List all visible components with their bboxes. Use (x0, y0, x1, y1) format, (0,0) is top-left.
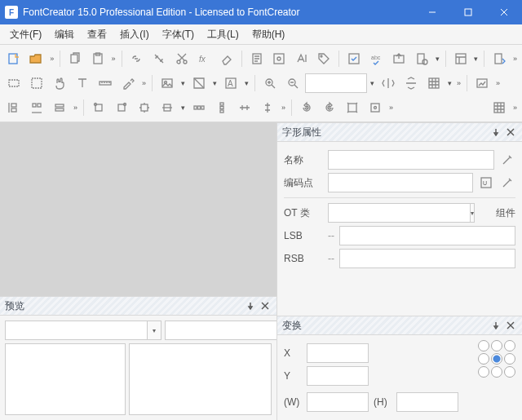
transform-x-input[interactable] (307, 343, 369, 363)
zoom-out-icon[interactable] (282, 73, 303, 94)
select-rect-icon[interactable] (3, 73, 24, 94)
bounds-icon[interactable] (342, 97, 363, 118)
window-layout-icon[interactable] (450, 48, 471, 69)
pin-icon[interactable] (244, 299, 257, 312)
origin-center-selected[interactable] (491, 353, 502, 365)
dist-4-icon[interactable] (257, 97, 278, 118)
preview-header[interactable]: 预览 (0, 297, 276, 316)
chevron-icon[interactable]: » (280, 104, 287, 112)
dropdown-icon[interactable]: ▾ (179, 104, 187, 112)
editor-canvas[interactable] (0, 122, 276, 296)
dist-1-icon[interactable] (188, 97, 210, 118)
paste-icon[interactable] (87, 48, 108, 69)
picture-icon[interactable] (471, 73, 493, 94)
zoom-input[interactable] (305, 73, 367, 93)
preview-font-combo[interactable] (5, 321, 148, 340)
flip-h-icon[interactable] (378, 73, 399, 94)
menu-insert[interactable]: 插入(I) (113, 25, 155, 44)
menu-font[interactable]: 字体(T) (156, 25, 201, 44)
unicode-icon[interactable]: U (478, 175, 494, 191)
validate-icon[interactable] (343, 48, 365, 69)
grid-icon[interactable] (423, 73, 445, 94)
hand-icon[interactable] (49, 73, 70, 94)
chevron-icon[interactable]: » (387, 104, 395, 112)
maximize-button[interactable] (450, 0, 486, 24)
align-3-icon[interactable] (49, 97, 70, 118)
origin-radio-grid[interactable] (478, 340, 515, 378)
dropdown-icon[interactable]: ▾ (148, 321, 161, 340)
cut-icon[interactable] (171, 48, 192, 69)
menu-edit[interactable]: 编辑 (48, 25, 81, 44)
chevron-icon[interactable]: » (494, 79, 502, 87)
glyph-name-input[interactable] (328, 150, 494, 170)
pin-icon[interactable] (489, 319, 502, 332)
snap-2-icon[interactable] (111, 97, 132, 118)
menu-tools[interactable]: 工具(L) (201, 25, 246, 44)
align-1-icon[interactable] (3, 97, 24, 118)
menu-file[interactable]: 文件(F) (3, 25, 48, 44)
transform-w-input[interactable] (307, 392, 369, 412)
wand-icon[interactable] (499, 175, 515, 191)
wand-icon[interactable] (499, 152, 515, 168)
tag-icon[interactable] (314, 48, 335, 69)
open-icon[interactable] (26, 48, 47, 69)
grid-toggle-icon[interactable] (489, 97, 510, 118)
export-icon[interactable] (389, 48, 410, 69)
menu-help[interactable]: 帮助(H) (246, 25, 292, 44)
pin-icon[interactable] (489, 126, 502, 139)
chevron-icon[interactable]: » (455, 79, 462, 87)
new-font-icon[interactable] (3, 48, 24, 69)
chevron-icon[interactable]: » (72, 104, 79, 112)
rotate-l-icon[interactable] (296, 97, 317, 118)
erase-icon[interactable] (216, 48, 237, 69)
glyph-properties-header[interactable]: 字形属性 (277, 123, 522, 142)
close-icon[interactable] (259, 299, 272, 312)
chevron-icon[interactable]: » (110, 55, 117, 63)
minimize-button[interactable] (414, 0, 450, 24)
link-icon[interactable] (126, 48, 148, 69)
text-icon[interactable] (72, 73, 93, 94)
font-box-icon[interactable]: A (220, 73, 241, 94)
align-2-icon[interactable] (26, 97, 47, 118)
rsb-input[interactable] (339, 249, 515, 268)
dropdown-icon[interactable]: ▾ (446, 79, 453, 87)
codepoint-input[interactable] (328, 173, 473, 192)
snap-4-icon[interactable] (157, 97, 178, 118)
snap-1-icon[interactable] (88, 97, 109, 118)
close-icon[interactable] (504, 126, 517, 139)
dropdown-icon[interactable]: ▾ (472, 55, 480, 63)
lsb-input[interactable] (339, 226, 515, 245)
dist-3-icon[interactable] (234, 97, 255, 118)
unlink-icon[interactable] (148, 48, 170, 69)
contrast-icon[interactable] (188, 73, 210, 94)
chevron-icon[interactable]: » (140, 79, 148, 87)
dropdown-icon[interactable]: ▾ (211, 79, 219, 87)
zoom-in-icon[interactable] (259, 73, 281, 94)
otclass-combo[interactable] (328, 203, 471, 223)
ruler-icon[interactable] (95, 73, 116, 94)
transform-y-input[interactable] (307, 366, 369, 386)
eyedropper-icon[interactable] (117, 73, 139, 94)
settings-icon[interactable] (268, 48, 290, 69)
rotate-r-icon[interactable] (319, 97, 340, 118)
function-icon[interactable]: fx (193, 48, 215, 69)
chevron-icon[interactable]: » (48, 55, 55, 63)
select-all-icon[interactable] (26, 73, 47, 94)
chevron-icon[interactable]: » (511, 104, 519, 112)
snap-3-icon[interactable] (134, 97, 155, 118)
dropdown-icon[interactable]: ▾ (471, 203, 475, 223)
center-icon[interactable] (365, 97, 386, 118)
page-arrow-icon[interactable] (489, 48, 510, 69)
dropdown-icon[interactable]: ▾ (434, 55, 441, 63)
copy-icon[interactable] (64, 48, 86, 69)
paragraph-icon[interactable] (246, 48, 268, 69)
dropdown-icon[interactable]: ▾ (369, 79, 376, 87)
flip-v-icon[interactable] (400, 73, 422, 94)
image-icon[interactable] (157, 73, 178, 94)
dropdown-icon[interactable]: ▾ (243, 79, 250, 87)
dropdown-icon[interactable]: ▾ (179, 79, 187, 87)
doc-settings-icon[interactable] (411, 48, 432, 69)
text-metrics-icon[interactable] (291, 48, 312, 69)
preview-text-input[interactable] (129, 343, 272, 415)
transform-header[interactable]: 变换 (277, 316, 522, 335)
